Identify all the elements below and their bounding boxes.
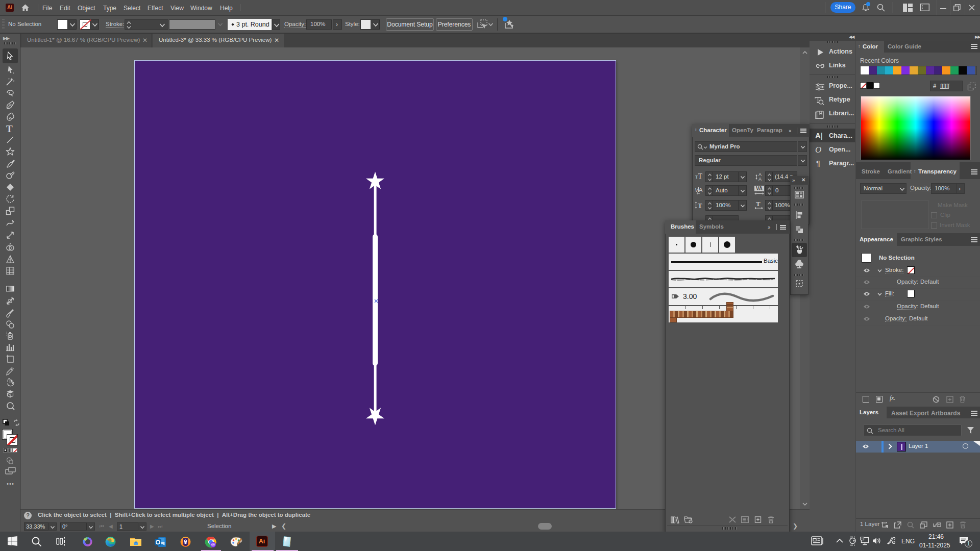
svg-text:T: T: [698, 202, 702, 209]
svg-text:A: A: [699, 187, 703, 193]
svg-text:T: T: [756, 201, 761, 208]
svg-text:A: A: [758, 177, 762, 181]
